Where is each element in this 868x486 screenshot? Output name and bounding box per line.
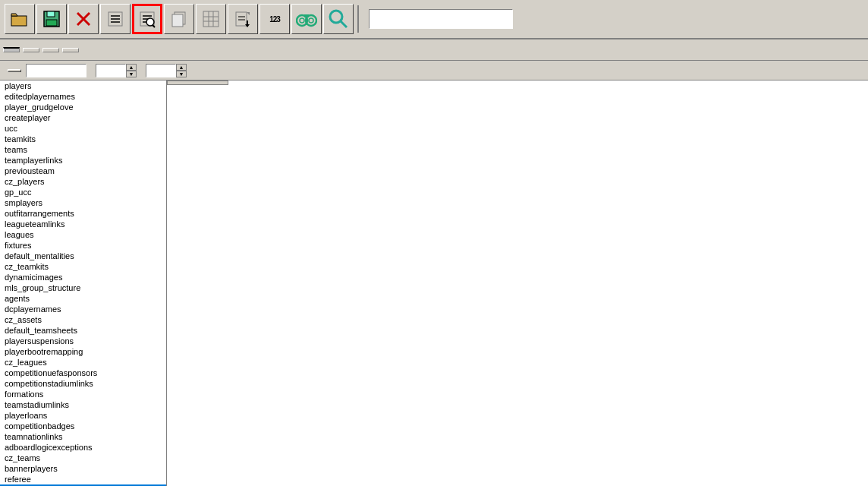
sidebar-item-adboardlogicexceptions[interactable]: adboardlogicexceptions bbox=[0, 442, 166, 453]
sidebar-item-teamplayerlinks[interactable]: teamplayerlinks bbox=[0, 155, 166, 166]
main-area: playerseditedplayernamesplayer_grudgelov… bbox=[0, 80, 868, 486]
min-up-btn[interactable]: ▲ bbox=[126, 64, 137, 71]
toolbar-separator bbox=[357, 5, 359, 33]
sidebar-item-editedplayernames[interactable]: editedplayernames bbox=[0, 91, 166, 102]
svg-point-35 bbox=[330, 11, 342, 23]
sidebar-item-smplayers[interactable]: smplayers bbox=[0, 197, 166, 208]
svg-rect-0 bbox=[11, 16, 27, 26]
num-btn[interactable]: 123 bbox=[259, 4, 290, 34]
sidebar-item-competitionuefasponsors[interactable]: competitionuefasponsors bbox=[0, 368, 166, 378]
db-tab-3[interactable] bbox=[42, 48, 59, 52]
max-down-btn[interactable]: ▼ bbox=[176, 71, 187, 77]
sidebar-item-agents[interactable]: agents bbox=[0, 293, 166, 304]
max-up-btn[interactable]: ▲ bbox=[176, 64, 187, 71]
type-input[interactable] bbox=[26, 64, 86, 77]
row-indicator-header bbox=[168, 81, 228, 85]
max-input[interactable] bbox=[146, 64, 176, 77]
svg-line-5 bbox=[77, 13, 90, 25]
sidebar-item-cz_players[interactable]: cz_players bbox=[0, 176, 166, 187]
sidebar-item-mls_group_structure[interactable]: mls_group_structure bbox=[0, 282, 166, 293]
svg-point-30 bbox=[297, 15, 307, 26]
svg-line-6 bbox=[77, 13, 90, 25]
svg-rect-3 bbox=[47, 11, 55, 17]
copy-btn[interactable] bbox=[164, 4, 194, 34]
close-btn[interactable] bbox=[68, 4, 99, 34]
search-big-btn[interactable] bbox=[323, 4, 354, 34]
svg-point-34 bbox=[309, 18, 313, 23]
sidebar-item-ucc[interactable]: ucc bbox=[0, 123, 166, 134]
sidebar-item-createplayer[interactable]: createplayer bbox=[0, 112, 166, 123]
sidebar-item-dynamicimages[interactable]: dynamicimages bbox=[0, 272, 166, 282]
svg-point-15 bbox=[146, 18, 154, 26]
svg-marker-29 bbox=[245, 24, 250, 27]
sidebar-item-teamkits[interactable]: teamkits bbox=[0, 134, 166, 144]
save-btn[interactable] bbox=[36, 4, 67, 34]
sidebar: playerseditedplayernamesplayer_grudgelov… bbox=[0, 80, 167, 486]
svg-marker-25 bbox=[247, 12, 250, 15]
table-header-row bbox=[168, 81, 228, 85]
table-btn[interactable] bbox=[196, 4, 226, 34]
svg-rect-32 bbox=[304, 14, 309, 17]
toolbar-search-input[interactable] bbox=[369, 9, 513, 29]
max-spinner[interactable]: ▲ ▼ bbox=[146, 64, 187, 77]
sidebar-item-playerbootremapping[interactable]: playerbootremapping bbox=[0, 346, 166, 357]
sidebar-item-leagues[interactable]: leagues bbox=[0, 229, 166, 240]
toolbar: 123 bbox=[0, 0, 868, 39]
sidebar-item-formations[interactable]: formations bbox=[0, 389, 166, 399]
sidebar-item-players[interactable]: players bbox=[0, 80, 166, 91]
svg-rect-24 bbox=[236, 12, 247, 26]
sidebar-item-bannerplayers[interactable]: bannerplayers bbox=[0, 463, 166, 474]
sidebar-item-playerloans[interactable]: playerloans bbox=[0, 410, 166, 421]
sidebar-item-teams[interactable]: teams bbox=[0, 144, 166, 155]
data-table-wrap[interactable] bbox=[167, 80, 868, 486]
sidebar-item-cz_leagues[interactable]: cz_leagues bbox=[0, 357, 166, 368]
sidebar-item-gp_ucc[interactable]: gp_ucc bbox=[0, 187, 166, 197]
db-tab-1[interactable] bbox=[3, 47, 20, 52]
sidebar-item-default_teamsheets[interactable]: default_teamsheets bbox=[0, 325, 166, 336]
list-btn[interactable] bbox=[100, 4, 131, 34]
sidebar-item-dcplayernames[interactable]: dcplayernames bbox=[0, 304, 166, 314]
num-icon: 123 bbox=[269, 15, 280, 24]
sidebar-item-teamnationlinks[interactable]: teamnationlinks bbox=[0, 431, 166, 442]
sidebar-item-cz_teams[interactable]: cz_teams bbox=[0, 453, 166, 463]
db-tabs bbox=[0, 39, 868, 61]
db-tab-4[interactable] bbox=[62, 48, 79, 52]
min-down-btn[interactable]: ▼ bbox=[126, 71, 137, 77]
sidebar-item-playersuspensions[interactable]: playersuspensions bbox=[0, 336, 166, 346]
svg-rect-4 bbox=[46, 20, 57, 26]
svg-rect-18 bbox=[172, 14, 183, 27]
sidebar-item-cz_teamkits[interactable]: cz_teamkits bbox=[0, 261, 166, 272]
sidebar-item-teamstadiumlinks[interactable]: teamstadiumlinks bbox=[0, 399, 166, 410]
sidebar-item-leagueteamlinks[interactable]: leagueteamlinks bbox=[0, 219, 166, 229]
svg-rect-19 bbox=[203, 11, 219, 27]
svg-rect-7 bbox=[108, 12, 122, 26]
sidebar-item-previousteam[interactable]: previousteam bbox=[0, 166, 166, 176]
svg-rect-11 bbox=[140, 12, 154, 26]
import-single-table-btn[interactable] bbox=[8, 69, 21, 72]
query-btn[interactable] bbox=[132, 4, 162, 34]
export-btn[interactable] bbox=[228, 4, 258, 34]
sidebar-item-referee[interactable]: referee bbox=[0, 474, 166, 484]
open-folder-btn[interactable] bbox=[5, 4, 35, 34]
sidebar-item-cz_assets[interactable]: cz_assets bbox=[0, 314, 166, 325]
sidebar-item-outfitarrangements[interactable]: outfitarrangements bbox=[0, 208, 166, 219]
svg-marker-1 bbox=[11, 14, 17, 16]
sidebar-item-player_grudgelove[interactable]: player_grudgelove bbox=[0, 102, 166, 112]
svg-point-31 bbox=[306, 15, 316, 26]
max-spinner-btns: ▲ ▼ bbox=[176, 64, 187, 77]
svg-line-36 bbox=[341, 21, 347, 27]
min-spinner[interactable]: ▲ ▼ bbox=[96, 64, 137, 77]
sidebar-item-competitionstadiumlinks[interactable]: competitionstadiumlinks bbox=[0, 378, 166, 389]
sidebar-item-fixtures[interactable]: fixtures bbox=[0, 240, 166, 251]
min-input[interactable] bbox=[96, 64, 126, 77]
sub-toolbar: ▲ ▼ ▲ ▼ bbox=[0, 61, 868, 80]
svg-line-16 bbox=[153, 25, 155, 27]
svg-point-33 bbox=[300, 18, 304, 23]
svg-rect-17 bbox=[175, 12, 185, 24]
db-tab-2[interactable] bbox=[23, 48, 39, 52]
min-spinner-btns: ▲ ▼ bbox=[126, 64, 137, 77]
sidebar-item-default_mentalities[interactable]: default_mentalities bbox=[0, 251, 166, 261]
sidebar-item-competitionbadges[interactable]: competitionbadges bbox=[0, 421, 166, 431]
svg-rect-2 bbox=[44, 11, 59, 27]
binoculars-btn[interactable] bbox=[291, 4, 322, 34]
